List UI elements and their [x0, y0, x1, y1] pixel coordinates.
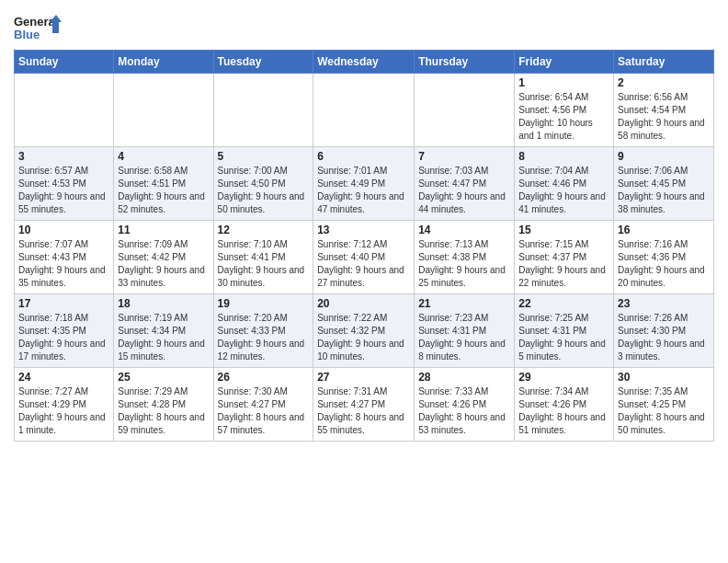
calendar-cell: 25Sunrise: 7:29 AMSunset: 4:28 PMDayligh… [114, 368, 213, 442]
day-info: Sunrise: 7:12 AMSunset: 4:40 PMDaylight:… [317, 238, 410, 290]
calendar-cell: 14Sunrise: 7:13 AMSunset: 4:38 PMDayligh… [415, 221, 515, 294]
calendar-cell: 7Sunrise: 7:03 AMSunset: 4:47 PMDaylight… [415, 147, 515, 221]
day-number: 9 [618, 150, 710, 163]
day-info: Sunrise: 7:00 AMSunset: 4:50 PMDaylight:… [218, 165, 310, 216]
logo: General Blue [14, 13, 62, 42]
col-header-tuesday: Tuesday [213, 51, 313, 74]
day-info: Sunrise: 7:27 AMSunset: 4:29 PMDaylight:… [18, 385, 109, 437]
calendar-cell: 12Sunrise: 7:10 AMSunset: 4:41 PMDayligh… [213, 221, 313, 294]
col-header-saturday: Saturday [614, 51, 714, 74]
calendar-cell: 24Sunrise: 7:27 AMSunset: 4:29 PMDayligh… [15, 368, 114, 442]
day-info: Sunrise: 6:56 AMSunset: 4:54 PMDaylight:… [618, 91, 710, 143]
day-number: 27 [317, 371, 410, 384]
day-info: Sunrise: 7:25 AMSunset: 4:31 PMDaylight:… [518, 312, 609, 363]
day-number: 26 [218, 371, 310, 384]
day-number: 2 [618, 76, 710, 89]
col-header-monday: Monday [114, 51, 213, 74]
header: General Blue [14, 9, 714, 42]
day-info: Sunrise: 7:09 AMSunset: 4:42 PMDaylight:… [118, 238, 209, 290]
calendar-cell [313, 74, 415, 147]
calendar-cell [213, 74, 313, 147]
calendar-cell: 30Sunrise: 7:35 AMSunset: 4:25 PMDayligh… [614, 368, 714, 442]
day-number: 14 [418, 224, 510, 236]
day-number: 8 [518, 150, 609, 163]
calendar-cell: 23Sunrise: 7:26 AMSunset: 4:30 PMDayligh… [614, 294, 714, 368]
day-info: Sunrise: 7:35 AMSunset: 4:25 PMDaylight:… [618, 385, 710, 437]
calendar-cell: 20Sunrise: 7:22 AMSunset: 4:32 PMDayligh… [313, 294, 415, 368]
calendar-cell: 16Sunrise: 7:16 AMSunset: 4:36 PMDayligh… [614, 221, 714, 294]
day-number: 11 [118, 224, 209, 236]
day-number: 24 [18, 371, 109, 384]
day-number: 21 [418, 297, 510, 310]
day-info: Sunrise: 7:19 AMSunset: 4:34 PMDaylight:… [118, 312, 209, 363]
calendar-cell: 28Sunrise: 7:33 AMSunset: 4:26 PMDayligh… [415, 368, 515, 442]
calendar-week-1: 1Sunrise: 6:54 AMSunset: 4:56 PMDaylight… [15, 74, 714, 147]
calendar-cell: 15Sunrise: 7:15 AMSunset: 4:37 PMDayligh… [515, 221, 614, 294]
calendar-cell: 3Sunrise: 6:57 AMSunset: 4:53 PMDaylight… [15, 147, 114, 221]
calendar-cell: 5Sunrise: 7:00 AMSunset: 4:50 PMDaylight… [213, 147, 313, 221]
calendar-cell [15, 74, 114, 147]
day-info: Sunrise: 7:22 AMSunset: 4:32 PMDaylight:… [317, 312, 410, 363]
calendar-cell: 13Sunrise: 7:12 AMSunset: 4:40 PMDayligh… [313, 221, 415, 294]
col-header-sunday: Sunday [15, 51, 114, 74]
day-number: 22 [518, 297, 609, 310]
day-number: 10 [18, 224, 109, 236]
day-info: Sunrise: 6:57 AMSunset: 4:53 PMDaylight:… [18, 165, 109, 216]
calendar-cell: 2Sunrise: 6:56 AMSunset: 4:54 PMDaylight… [614, 74, 714, 147]
day-info: Sunrise: 7:31 AMSunset: 4:27 PMDaylight:… [317, 385, 410, 437]
day-info: Sunrise: 7:03 AMSunset: 4:47 PMDaylight:… [418, 165, 510, 216]
calendar-cell: 22Sunrise: 7:25 AMSunset: 4:31 PMDayligh… [515, 294, 614, 368]
calendar-cell: 21Sunrise: 7:23 AMSunset: 4:31 PMDayligh… [415, 294, 515, 368]
svg-text:Blue: Blue [14, 28, 40, 41]
day-info: Sunrise: 7:34 AMSunset: 4:26 PMDaylight:… [518, 385, 609, 437]
day-info: Sunrise: 7:20 AMSunset: 4:33 PMDaylight:… [218, 312, 310, 363]
day-number: 28 [418, 371, 510, 384]
day-number: 29 [518, 371, 609, 384]
main-container: General Blue SundayMondayTuesdayWednesda… [0, 0, 728, 446]
day-number: 6 [317, 150, 410, 163]
calendar-cell: 27Sunrise: 7:31 AMSunset: 4:27 PMDayligh… [313, 368, 415, 442]
day-info: Sunrise: 7:23 AMSunset: 4:31 PMDaylight:… [418, 312, 510, 363]
calendar-cell: 29Sunrise: 7:34 AMSunset: 4:26 PMDayligh… [515, 368, 614, 442]
calendar-cell: 26Sunrise: 7:30 AMSunset: 4:27 PMDayligh… [213, 368, 313, 442]
calendar-cell: 6Sunrise: 7:01 AMSunset: 4:49 PMDaylight… [313, 147, 415, 221]
day-info: Sunrise: 7:15 AMSunset: 4:37 PMDaylight:… [518, 238, 609, 290]
day-number: 17 [18, 297, 109, 310]
day-number: 5 [218, 150, 310, 163]
calendar-week-4: 17Sunrise: 7:18 AMSunset: 4:35 PMDayligh… [15, 294, 714, 368]
day-number: 18 [118, 297, 209, 310]
day-info: Sunrise: 7:01 AMSunset: 4:49 PMDaylight:… [317, 165, 410, 216]
day-info: Sunrise: 7:16 AMSunset: 4:36 PMDaylight:… [618, 238, 710, 290]
day-info: Sunrise: 7:29 AMSunset: 4:28 PMDaylight:… [118, 385, 209, 437]
col-header-wednesday: Wednesday [313, 51, 415, 74]
day-info: Sunrise: 7:26 AMSunset: 4:30 PMDaylight:… [618, 312, 710, 363]
day-number: 19 [218, 297, 310, 310]
calendar-week-3: 10Sunrise: 7:07 AMSunset: 4:43 PMDayligh… [15, 221, 714, 294]
calendar-cell: 1Sunrise: 6:54 AMSunset: 4:56 PMDaylight… [515, 74, 614, 147]
day-number: 12 [218, 224, 310, 236]
calendar-cell: 19Sunrise: 7:20 AMSunset: 4:33 PMDayligh… [213, 294, 313, 368]
day-number: 15 [518, 224, 609, 236]
day-number: 13 [317, 224, 410, 236]
calendar-cell: 9Sunrise: 7:06 AMSunset: 4:45 PMDaylight… [614, 147, 714, 221]
day-info: Sunrise: 7:10 AMSunset: 4:41 PMDaylight:… [218, 238, 310, 290]
calendar-cell [114, 74, 213, 147]
calendar-week-5: 24Sunrise: 7:27 AMSunset: 4:29 PMDayligh… [15, 368, 714, 442]
col-header-friday: Friday [515, 51, 614, 74]
calendar-cell: 4Sunrise: 6:58 AMSunset: 4:51 PMDaylight… [114, 147, 213, 221]
col-header-thursday: Thursday [415, 51, 515, 74]
calendar-cell: 17Sunrise: 7:18 AMSunset: 4:35 PMDayligh… [15, 294, 114, 368]
calendar-header-row: SundayMondayTuesdayWednesdayThursdayFrid… [15, 51, 714, 74]
day-number: 30 [618, 371, 710, 384]
calendar-cell: 8Sunrise: 7:04 AMSunset: 4:46 PMDaylight… [515, 147, 614, 221]
day-info: Sunrise: 7:30 AMSunset: 4:27 PMDaylight:… [218, 385, 310, 437]
calendar-week-2: 3Sunrise: 6:57 AMSunset: 4:53 PMDaylight… [15, 147, 714, 221]
day-number: 25 [118, 371, 209, 384]
day-number: 16 [618, 224, 710, 236]
day-number: 3 [18, 150, 109, 163]
calendar: SundayMondayTuesdayWednesdayThursdayFrid… [14, 50, 714, 442]
day-info: Sunrise: 6:58 AMSunset: 4:51 PMDaylight:… [118, 165, 209, 216]
day-info: Sunrise: 7:33 AMSunset: 4:26 PMDaylight:… [418, 385, 510, 437]
day-info: Sunrise: 7:07 AMSunset: 4:43 PMDaylight:… [18, 238, 109, 290]
calendar-cell: 10Sunrise: 7:07 AMSunset: 4:43 PMDayligh… [15, 221, 114, 294]
